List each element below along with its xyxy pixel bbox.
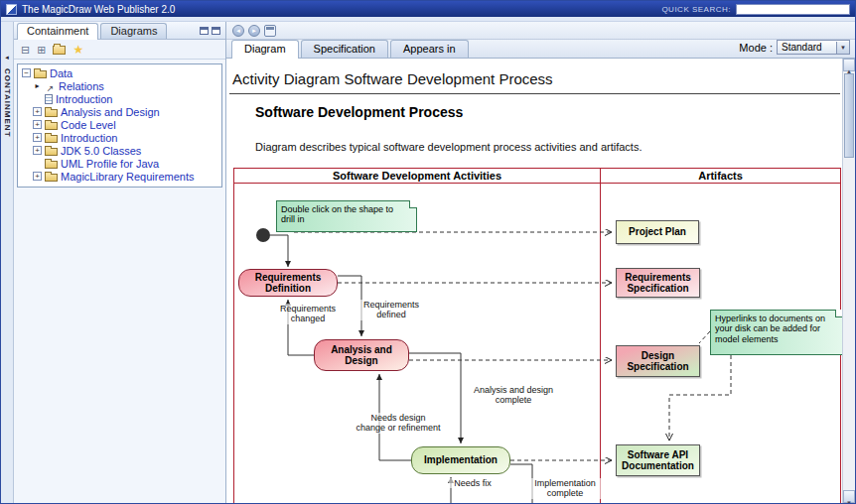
containment-vertical-label: CONTAINMENT: [3, 68, 12, 138]
artifact-software-api-documentation[interactable]: Software API Documentation: [616, 444, 700, 476]
artifact-design-specification[interactable]: Design Specification: [616, 345, 700, 377]
tree-item-label: MagicLibrary Requirements: [61, 171, 195, 183]
minus-expander-icon[interactable]: [22, 68, 31, 77]
tree-item-label: Introduction: [56, 93, 112, 105]
app-title: The MagicDraw Web Publisher 2.0: [22, 4, 175, 15]
mode-area: Mode : Standard: [739, 40, 850, 58]
print-page-icon[interactable]: [264, 25, 276, 37]
plus-expander-icon[interactable]: [33, 146, 42, 155]
tree-item-jdk-classes[interactable]: JDK 5.0 Classes: [20, 144, 219, 157]
title-divider: [229, 93, 840, 94]
tree-item-analysis-and-design[interactable]: Analysis and Design: [20, 105, 219, 118]
sidebar-tab-bar: Containment Diagrams: [14, 22, 225, 40]
float-panel-icon[interactable]: [212, 27, 220, 35]
edge-label-implementation-complete: Implementation complete: [522, 478, 608, 499]
panel-buttons: [200, 27, 222, 39]
scroll-down-icon[interactable]: [843, 490, 855, 503]
edge-label-requirements-changed: Requirements changed: [270, 304, 346, 324]
collapse-sidebar-icon[interactable]: [5, 46, 9, 63]
document-icon: [45, 94, 53, 104]
sidebar-panel: Containment Diagrams Data: [14, 22, 226, 503]
relations-icon: [45, 77, 56, 95]
quick-search-label: QUICK SEARCH:: [661, 5, 731, 14]
tree-item-uml-profile[interactable]: UML Profile for Java: [20, 157, 219, 170]
plus-expander-icon[interactable]: [33, 172, 42, 181]
package-icon: [45, 109, 58, 117]
tree-item-magiclibrary-requirements[interactable]: MagicLibrary Requirements: [20, 170, 219, 183]
scroll-up-icon[interactable]: [843, 59, 855, 71]
diagram-description: Diagram describes typical software devel…: [255, 141, 842, 153]
package-icon: [45, 148, 58, 156]
edge-label-requirements-defined: Requirements defined: [357, 300, 425, 320]
tree-item-label: UML Profile for Java: [61, 158, 159, 170]
activity-implementation[interactable]: Implementation: [411, 446, 510, 474]
tree-item-label: Code Level: [61, 119, 116, 131]
package-icon: [45, 161, 58, 169]
title-bar: The MagicDraw Web Publisher 2.0 QUICK SE…: [1, 1, 855, 17]
tree-item-introduction[interactable]: Introduction: [20, 92, 219, 105]
scrollbar-thumb[interactable]: [844, 73, 854, 158]
minimize-panel-icon[interactable]: [200, 27, 209, 35]
plus-expander-icon[interactable]: [33, 107, 42, 116]
no-expander: [33, 94, 42, 103]
package-icon: [45, 135, 58, 143]
plus-expander-icon[interactable]: [33, 133, 42, 142]
forward-icon[interactable]: [248, 25, 260, 37]
activity-requirements-definition[interactable]: Requirements Definition: [238, 269, 338, 297]
plus-expander-icon[interactable]: [33, 120, 42, 129]
artifact-requirements-specification[interactable]: Requirements Specification: [616, 268, 700, 298]
mode-selected-value: Standard: [782, 42, 822, 53]
page-title: Activity Diagram Software Development Pr…: [232, 70, 842, 87]
edge-label-needs-design-change: Needs design change or refinement: [356, 413, 441, 434]
quick-search-input[interactable]: [736, 4, 850, 15]
tab-diagrams[interactable]: Diagrams: [100, 23, 167, 39]
tree-item-label: JDK 5.0 Classes: [61, 145, 141, 157]
vertical-scrollbar[interactable]: [842, 59, 855, 503]
app-window: The MagicDraw Web Publisher 2.0 QUICK SE…: [0, 0, 856, 504]
tree-item-label: Analysis and Design: [61, 106, 160, 118]
back-icon[interactable]: [232, 25, 244, 37]
lane-header-artifacts: Artifacts: [601, 169, 840, 184]
tab-appears-in[interactable]: Appears in: [390, 40, 469, 58]
package-icon: [45, 122, 58, 130]
open-folder-icon[interactable]: [53, 46, 66, 55]
quick-search-area: QUICK SEARCH:: [661, 4, 850, 15]
tree-item-label: Relations: [59, 80, 104, 92]
content-tab-bar: Diagram Specification Appears in Mode : …: [226, 40, 855, 59]
activity-analysis-and-design[interactable]: Analysis and Design: [314, 339, 409, 371]
no-expander: [33, 159, 42, 168]
favorites-star-icon[interactable]: [72, 44, 83, 56]
content-panel: Diagram Specification Appears in Mode : …: [226, 22, 855, 503]
mode-label: Mode :: [739, 42, 773, 54]
artifact-project-plan[interactable]: Project Plan: [616, 220, 699, 244]
tab-containment[interactable]: Containment: [17, 23, 98, 40]
activity-diagram: Software Development Activities Artifact…: [233, 168, 841, 503]
document-area: Activity Diagram Software Development Pr…: [226, 59, 855, 503]
expand-all-icon[interactable]: [37, 44, 46, 56]
magicdraw-logo-icon: [6, 4, 17, 15]
mode-dropdown[interactable]: Standard: [777, 40, 850, 55]
containment-tree: Data Relations Introduction Analysis and…: [17, 63, 222, 188]
tree-item-label: Introduction: [61, 132, 117, 144]
tab-specification[interactable]: Specification: [301, 40, 388, 58]
edge-label-needs-fix: Needs fix: [449, 478, 497, 488]
note-hyperlinks: Hyperlinks to documents on your disk can…: [710, 310, 843, 355]
diagram-heading: Software Development Process: [255, 104, 842, 120]
tree-item-code-level[interactable]: Code Level: [20, 118, 219, 131]
initial-node: [256, 228, 270, 242]
collapse-all-icon[interactable]: [21, 44, 30, 56]
content-toolbar: [226, 22, 855, 40]
arrow-expander-icon[interactable]: [33, 81, 42, 90]
note-drill-in: Double click on the shape to drill in: [276, 200, 417, 232]
tab-diagram[interactable]: Diagram: [231, 40, 299, 59]
lane-header-activities: Software Development Activities: [234, 169, 600, 184]
package-icon: [45, 174, 58, 182]
containment-side-strip[interactable]: CONTAINMENT: [1, 22, 14, 503]
tree-item-introduction-2[interactable]: Introduction: [20, 131, 219, 144]
package-icon: [34, 70, 47, 78]
sidebar-toolbar: [14, 40, 225, 60]
edge-label-analysis-design-complete: Analysis and design complete: [469, 385, 558, 406]
tree-item-relations[interactable]: Relations: [20, 79, 219, 92]
